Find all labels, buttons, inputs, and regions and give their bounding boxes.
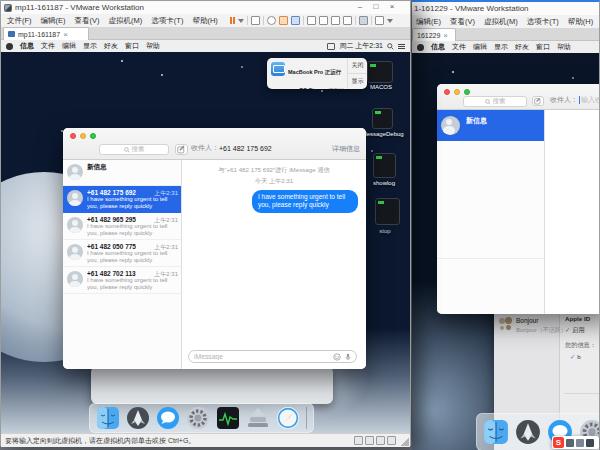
mac-menu-edit[interactable]: 编辑 [62,41,76,51]
mac-menu-view[interactable]: 显示 [494,42,508,52]
menu-edit[interactable]: 编辑(E) [414,17,443,27]
mac-menu-help[interactable]: 帮助 [146,41,160,51]
finder-icon[interactable] [96,406,120,430]
notification-banner[interactable]: MacBook Pro 正运行 macOS Sierra 现在浏览，或者稍后从 … [267,58,367,89]
display-settings-dropdown-icon[interactable] [387,19,393,23]
search-input[interactable]: 搜索 [99,144,169,155]
emoji-picker-icon[interactable] [333,353,341,361]
notification-center-icon[interactable] [398,44,405,49]
maximize-button[interactable]: □ [368,1,384,13]
minimize-button[interactable]: – [352,1,368,13]
mac-menu-window[interactable]: 窗口 [125,41,139,51]
system-preferences-icon[interactable] [186,406,210,430]
close-traffic-light[interactable] [70,133,76,139]
info-checkbox[interactable]: ✓b [565,353,599,360]
compose-button[interactable] [175,144,188,155]
desktop-icon-macos[interactable] [367,61,393,83]
launchpad-icon[interactable] [515,419,541,445]
tab-close-icon[interactable]: × [443,31,448,40]
conversation-row[interactable]: +61 482 702 113 上午2:31 I have something … [63,267,181,294]
menu-help[interactable]: 帮助(H) [190,16,219,26]
installer-icon[interactable] [246,406,270,430]
zoom-traffic-light[interactable] [464,89,470,95]
display-mirroring-icon[interactable] [327,43,335,50]
clock-snapshot-icon[interactable] [267,16,276,25]
menu-view[interactable]: 查看(V) [448,17,477,27]
conversation-row-selected[interactable]: +61 482 175 692 上午2:31 I have something … [63,186,181,213]
to-field[interactable]: 收件人： +61 482 175 692 [191,143,272,153]
pause-icon[interactable] [230,17,235,24]
manage-snapshots-icon[interactable] [291,16,300,25]
console-panel-icon[interactable] [359,16,368,25]
menu-help[interactable]: 帮助(H) [566,17,595,27]
conversation-row-selected[interactable]: 新信息 [437,110,544,141]
desktop-icon-showlog[interactable] [373,153,396,178]
close-button[interactable]: × [384,1,400,13]
pause-dropdown-icon[interactable] [238,19,244,23]
safari-icon[interactable] [276,406,300,430]
app-menu-messages[interactable]: 信息 [431,42,445,52]
mac-menu-edit[interactable]: 编辑 [473,42,487,52]
mac-menu-view[interactable]: 显示 [83,41,97,51]
activity-monitor-icon[interactable] [216,406,240,430]
mac-menu-help[interactable]: 帮助 [557,42,571,52]
cd-rom-icon[interactable] [376,436,385,445]
background-window[interactable] [91,366,333,404]
show-library-icon[interactable] [307,16,316,25]
vm-tab-left[interactable]: mp11-161187 × [3,27,89,40]
chinese-mode-icon[interactable] [566,439,574,447]
keyboard-icon[interactable] [586,439,594,447]
vm-tab-right[interactable]: 161229 × [412,28,456,41]
minimize-traffic-light[interactable] [80,133,86,139]
conversation-row[interactable]: +61 482 965 295 上午2:31 I have something … [63,213,181,240]
mac-menu-file[interactable]: 文件 [452,42,466,52]
left-vm-screen[interactable]: 信息 文件 编辑 显示 好友 窗口 帮助 周二 上午2:31 MACOS [1,40,410,433]
conversation-row-new[interactable]: 新信息 [63,160,181,186]
message-input[interactable] [189,353,333,360]
mac-menu-file[interactable]: 文件 [41,41,55,51]
tab-close-icon[interactable]: × [63,30,68,39]
resize-grip[interactable] [400,437,409,446]
app-menu-messages[interactable]: 信息 [20,41,34,51]
finder-icon[interactable] [483,419,509,445]
account-name[interactable]: Bonjour [516,317,538,324]
display-settings-icon[interactable] [375,16,384,25]
hard-disk-icon[interactable] [365,436,374,445]
menu-vm[interactable]: 虚拟机(M) [482,17,520,27]
mac-menu-buddies[interactable]: 好友 [104,41,118,51]
menu-file[interactable]: 文件(F) [5,16,34,26]
menu-view[interactable]: 查看(V) [73,16,102,26]
notification-show-button[interactable]: 显示 [348,74,367,89]
conversation-row[interactable]: +61 482 050 775 上午2:31 I have something … [63,240,181,267]
microphone-icon[interactable] [344,353,352,361]
messages-dock-icon[interactable] [156,406,180,430]
menu-tabs[interactable]: 选项卡(T) [525,17,561,27]
show-thumbnail-bar-icon[interactable] [319,16,328,25]
network-adapter-icon[interactable] [387,436,396,445]
details-button[interactable]: 详细信息 [332,144,360,154]
notification-close-button[interactable]: 关闭 [348,58,367,74]
unity-mode-icon[interactable] [343,16,352,25]
desktop-icon-stop[interactable] [375,198,400,225]
message-log-icon[interactable] [354,436,363,445]
punctuation-icon[interactable] [576,439,584,447]
send-ctrl-alt-del-icon[interactable] [251,16,260,25]
menu-tabs[interactable]: 选项卡(T) [149,16,185,26]
right-vm-screen[interactable]: 信息 文件 编辑 显示 好友 窗口 帮助 Bonjour Bonjour（不活跃… [412,41,599,450]
apple-menu-icon[interactable] [6,43,13,50]
enable-account-checkbox[interactable]: ✓启用 [565,326,599,335]
compose-button[interactable] [532,96,544,106]
minimize-traffic-light[interactable] [454,89,460,95]
close-traffic-light[interactable] [444,89,450,95]
zoom-traffic-light[interactable] [90,133,96,139]
apple-menu-icon[interactable] [417,44,424,51]
desktop-icon-imessagedebug[interactable] [372,108,393,129]
menubar-clock[interactable]: 周二 上午2:31 [339,41,383,51]
search-input[interactable]: 搜索 [463,96,527,107]
launchpad-icon[interactable] [126,406,150,430]
menu-edit[interactable]: 编辑(E) [39,16,68,26]
to-field[interactable]: 收件人： 输入收件人 [550,95,599,105]
spotlight-search-icon[interactable] [387,43,394,50]
mac-menu-window[interactable]: 窗口 [536,42,550,52]
mac-menu-buddies[interactable]: 好友 [515,42,529,52]
